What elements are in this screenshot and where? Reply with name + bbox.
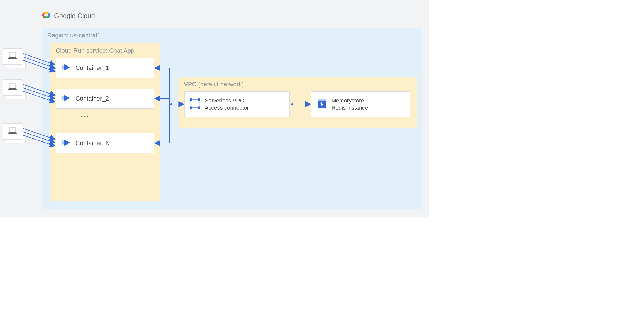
container-1: Container_1 (56, 58, 154, 78)
container-2: Container_2 (56, 89, 154, 109)
svg-rect-4 (9, 128, 16, 132)
svg-rect-2 (9, 84, 16, 88)
diagram-canvas: Google Cloud Region: us-central1 Cloud R… (0, 0, 429, 217)
memorystore-icon (316, 98, 328, 111)
svg-rect-12 (318, 99, 326, 101)
container-n: Container_N (56, 133, 154, 153)
redis-text: Memorystore Redis instance (331, 97, 368, 111)
svg-rect-0 (9, 53, 16, 57)
svg-rect-7 (190, 98, 192, 101)
laptop-card-front (3, 79, 22, 96)
redis-line1: Memorystore (331, 97, 368, 104)
cloud-title: Google Cloud (54, 12, 95, 20)
vpc-connector-line1: Serverless VPC (205, 97, 249, 104)
svg-rect-5 (8, 133, 17, 134)
laptop-card-front (3, 123, 22, 140)
redis-line2: Redis instance (331, 104, 368, 111)
cloud-run-label: Cloud Run service: Chat App (56, 47, 135, 54)
cloud-run-icon (60, 93, 71, 104)
cloud-run-icon (60, 137, 71, 149)
svg-rect-8 (198, 98, 200, 101)
vpc-icon (189, 98, 201, 111)
cloud-run-icon (60, 62, 71, 74)
memorystore-redis: Memorystore Redis instance (311, 91, 410, 117)
svg-rect-10 (198, 107, 200, 109)
laptop-icon (8, 83, 18, 92)
laptop-icon (8, 127, 18, 136)
google-cloud-icon (42, 11, 51, 21)
laptop-card-front (3, 48, 22, 65)
region-label: Region: us-central1 (47, 32, 101, 39)
cloud-header: Google Cloud (42, 11, 95, 21)
laptop-icon (8, 52, 18, 61)
vpc-connector-text: Serverless VPC Access connector (205, 97, 249, 111)
container-2-label: Container_2 (75, 95, 109, 102)
container-1-label: Container_1 (75, 64, 109, 72)
svg-rect-9 (190, 107, 192, 109)
vpc-connector-line2: Access connector (205, 104, 249, 111)
vpc-label: VPC (default network) (184, 81, 244, 88)
vpc-connector: Serverless VPC Access connector (184, 91, 290, 117)
svg-rect-6 (191, 99, 199, 107)
container-n-label: Container_N (75, 140, 110, 147)
svg-rect-1 (8, 58, 17, 59)
ellipsis: ⋮ (80, 111, 90, 121)
svg-rect-3 (8, 89, 17, 90)
